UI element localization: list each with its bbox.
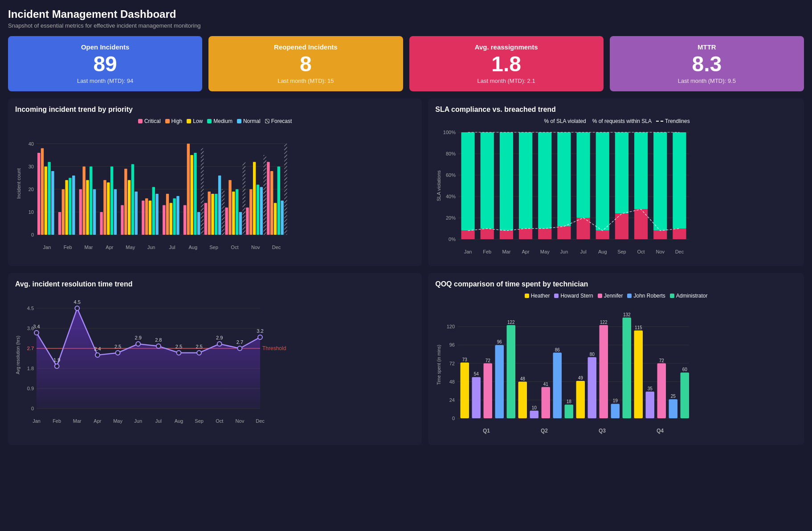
svg-point-166: [95, 353, 100, 357]
svg-rect-20: [69, 178, 71, 235]
legend-label: Normal: [243, 118, 261, 124]
svg-rect-83: [263, 155, 266, 235]
svg-rect-72: [236, 189, 238, 235]
svg-rect-19: [65, 180, 68, 235]
svg-rect-54: [187, 144, 190, 235]
svg-rect-31: [107, 182, 110, 235]
svg-text:Sep: Sep: [195, 418, 204, 424]
svg-rect-229: [576, 381, 585, 418]
svg-text:Q1: Q1: [483, 428, 490, 434]
kpi-label-mttr: MTTR: [619, 43, 795, 51]
svg-rect-25: [86, 180, 89, 235]
svg-text:Threshold: Threshold: [262, 345, 286, 351]
svg-rect-242: [646, 392, 655, 418]
svg-rect-115: [519, 132, 532, 229]
legend-dot: [265, 119, 269, 123]
sla-panel: SLA compliance vs. breached trend % of S…: [428, 98, 804, 266]
svg-rect-248: [681, 372, 690, 418]
page-subtitle: Snapshot of essential metrics for effect…: [8, 22, 804, 29]
sla-legend-item: Trendlines: [656, 118, 690, 124]
svg-text:49: 49: [578, 376, 583, 380]
svg-text:40%: 40%: [446, 194, 456, 199]
legend-item-forecast: Forecast: [265, 118, 292, 124]
svg-rect-218: [518, 382, 527, 418]
tech-legend-label: Administrator: [676, 293, 708, 299]
resolution-title: Avg. incident resolution time trend: [15, 280, 415, 288]
svg-text:0: 0: [31, 232, 34, 237]
svg-rect-233: [600, 325, 608, 418]
legend-dot: [237, 119, 241, 123]
svg-rect-48: [166, 194, 169, 235]
svg-rect-78: [249, 189, 252, 235]
legend-label: Critical: [144, 118, 161, 124]
sla-chart: 0%20%40%60%80%100%SLA violationsJanFebMa…: [435, 128, 797, 259]
svg-rect-41: [142, 200, 144, 235]
technician-title: QOQ comparison of time spent by technici…: [435, 280, 797, 288]
svg-text:Incident count: Incident count: [16, 168, 21, 199]
kpi-card-open: Open Incidents 89 Last month (MTD): 94: [8, 36, 202, 91]
page-header: Incident Management Dashboard Snapshot o…: [8, 8, 804, 29]
svg-rect-224: [553, 353, 562, 418]
technician-legend: HeatherHoward SternJenniferJohn RobertsA…: [435, 293, 797, 299]
svg-text:73: 73: [462, 357, 468, 362]
svg-rect-23: [79, 189, 82, 235]
svg-rect-244: [657, 364, 666, 418]
svg-text:Sep: Sep: [617, 249, 626, 254]
svg-text:Nov: Nov: [251, 245, 260, 250]
svg-text:122: 122: [507, 320, 515, 325]
svg-text:60%: 60%: [446, 172, 456, 178]
svg-text:24: 24: [449, 397, 455, 403]
svg-text:Q3: Q3: [599, 428, 606, 434]
svg-rect-59: [201, 148, 204, 235]
tech-legend-item: Administrator: [670, 293, 708, 299]
svg-text:80: 80: [590, 352, 595, 357]
svg-text:2.5: 2.5: [175, 344, 182, 349]
svg-text:4.5: 4.5: [74, 299, 81, 305]
svg-rect-86: [270, 171, 273, 235]
svg-rect-51: [176, 196, 179, 235]
svg-text:132: 132: [623, 312, 631, 317]
svg-text:2.7: 2.7: [237, 339, 243, 345]
svg-rect-36: [124, 169, 127, 235]
svg-text:Feb: Feb: [53, 418, 61, 424]
technician-chart: 024487296120Time spent (in mins)73547296…: [435, 302, 797, 438]
svg-rect-235: [611, 404, 620, 418]
svg-rect-112: [500, 132, 513, 231]
tech-legend-label: Jennifer: [604, 293, 623, 299]
svg-text:Jan: Jan: [33, 418, 41, 424]
svg-text:20: 20: [29, 187, 34, 192]
svg-rect-85: [267, 162, 269, 235]
svg-text:May: May: [540, 249, 550, 254]
svg-text:0.9: 0.9: [27, 386, 34, 391]
svg-text:Jun: Jun: [134, 418, 142, 424]
svg-text:10: 10: [29, 209, 34, 215]
kpi-value-reopened: 8: [217, 53, 394, 75]
svg-rect-211: [484, 364, 493, 418]
kpi-value-avg-reassign: 1.8: [418, 53, 595, 75]
svg-text:Mar: Mar: [85, 245, 93, 250]
svg-rect-107: [461, 231, 475, 239]
sla-legend-label: % of requests within SLA: [592, 118, 652, 124]
legend-label: High: [171, 118, 183, 124]
kpi-label-avg-reassign: Avg. reassignments: [418, 43, 595, 51]
svg-rect-237: [623, 318, 632, 418]
svg-text:Apr: Apr: [106, 245, 113, 250]
svg-rect-88: [277, 167, 280, 235]
svg-text:May: May: [126, 245, 135, 250]
svg-text:Jul: Jul: [155, 418, 162, 424]
svg-rect-89: [281, 200, 283, 235]
tech-legend-dot: [525, 294, 529, 298]
svg-rect-43: [149, 200, 151, 235]
tech-legend-dot: [670, 294, 674, 298]
svg-rect-50: [173, 198, 175, 235]
legend-item-low: Low: [187, 118, 203, 124]
svg-point-172: [136, 342, 140, 346]
svg-rect-56: [194, 153, 196, 235]
svg-text:Oct: Oct: [216, 418, 223, 424]
svg-text:Oct: Oct: [231, 245, 238, 250]
tech-legend-dot: [627, 294, 632, 298]
svg-rect-124: [577, 132, 590, 218]
svg-rect-77: [246, 208, 249, 235]
svg-rect-91: [284, 144, 287, 235]
kpi-label-open: Open Incidents: [17, 43, 193, 51]
